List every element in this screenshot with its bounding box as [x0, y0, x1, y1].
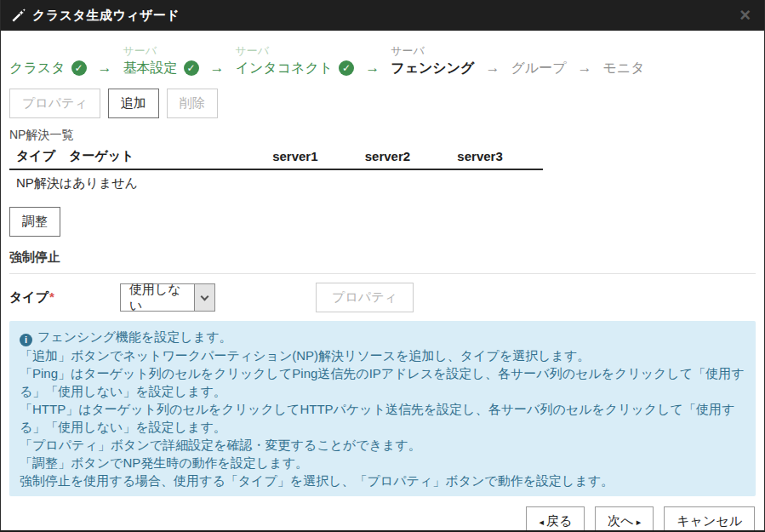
table-row: NP解決はありません — [9, 169, 543, 197]
wizard-stepper: クラスタ ✓ → サーバ 基本設定 ✓ → サーバ インタコネクト ✓ → サー… — [9, 31, 756, 78]
step-fencing[interactable]: サーバ フェンシング — [391, 44, 474, 78]
empty-table-message: NP解決はありません — [9, 169, 543, 197]
type-select[interactable]: 使用しない — [120, 283, 215, 312]
add-button[interactable]: 追加 — [108, 89, 159, 118]
info-text: 「追加」ボタンでネットワークパーティション(NP)解決リソースを追加し、タイプを… — [20, 346, 745, 364]
check-circle-icon: ✓ — [339, 60, 354, 76]
wand-icon — [11, 9, 26, 23]
step-cluster[interactable]: クラスタ ✓ — [9, 58, 87, 78]
next-button[interactable]: 次へ▸ — [595, 506, 654, 532]
step-group[interactable]: グループ — [511, 58, 566, 78]
np-resolution-table: タイプ ターゲット server1 server2 server3 NP解決はあ… — [9, 144, 543, 197]
step-monitor[interactable]: モニタ — [603, 58, 645, 78]
type-select-value: 使用しない — [121, 284, 194, 311]
chevron-down-icon — [201, 292, 209, 300]
remove-button[interactable]: 削除 — [167, 89, 218, 118]
arrow-right-icon: → — [578, 58, 592, 78]
cancel-button[interactable]: キャンセル — [664, 506, 755, 532]
step-label: クラスタ — [9, 58, 66, 78]
step-label: インタコネクト — [236, 58, 334, 78]
close-icon[interactable]: × — [736, 6, 754, 25]
col-header-server1: server1 — [265, 144, 358, 169]
step-sublabel: サーバ — [123, 44, 199, 58]
required-mark: * — [49, 289, 54, 304]
step-label: フェンシング — [391, 58, 474, 78]
info-text: 「HTTP」はターゲット列のセルをクリックしてHTTPパケット送信先を設定し、各… — [20, 400, 745, 436]
step-label: 基本設定 — [123, 58, 178, 78]
col-header-target: ターゲット — [62, 144, 265, 169]
step-sublabel: サーバ — [236, 44, 355, 58]
arrow-right-icon: → — [98, 58, 112, 78]
step-interconnect[interactable]: サーバ インタコネクト ✓ — [236, 44, 355, 78]
info-text: フェンシング機能を設定します。 — [37, 329, 232, 344]
arrow-right-icon: → — [365, 58, 380, 78]
check-circle-icon: ✓ — [184, 60, 199, 76]
info-text: 「Ping」はターゲット列のセルをクリックしてPing送信先のIPアドレスを設定… — [20, 364, 745, 400]
info-text: 「調整」ボタンでNP発生時の動作を設定します。 — [20, 454, 745, 472]
np-list-caption: NP解決一覧 — [9, 127, 756, 142]
title-bar: クラスタ生成ウィザード × — [1, 0, 764, 31]
step-basic-settings[interactable]: サーバ 基本設定 ✓ — [123, 44, 199, 78]
info-box: iフェンシング機能を設定します。 「追加」ボタンでネットワークパーティション(N… — [9, 321, 756, 496]
next-arrow-icon: ▸ — [637, 517, 642, 527]
step-sublabel: サーバ — [391, 44, 474, 58]
info-text: 「プロパティ」ボタンで詳細設定を確認・変更することができます。 — [20, 436, 745, 454]
force-stop-section-title: 強制停止 — [9, 249, 756, 274]
step-label: モニタ — [603, 58, 645, 78]
col-header-server2: server2 — [358, 144, 451, 169]
info-text: 強制停止を使用する場合、使用する「タイプ」を選択し、「プロパティ」ボタンで動作を… — [20, 472, 745, 489]
step-label: グループ — [511, 58, 566, 78]
tune-button[interactable]: 調整 — [9, 207, 60, 237]
force-stop-property-button[interactable]: プロパティ — [316, 283, 414, 312]
col-header-type: タイプ — [9, 144, 62, 169]
check-circle-icon: ✓ — [71, 60, 87, 76]
col-header-server3: server3 — [450, 144, 543, 169]
property-button[interactable]: プロパティ — [9, 89, 100, 118]
arrow-right-icon: → — [210, 58, 225, 78]
select-dropdown-button[interactable] — [194, 284, 214, 311]
arrow-right-icon: → — [485, 58, 500, 78]
info-icon: i — [20, 334, 32, 346]
back-arrow-icon: ◂ — [539, 517, 544, 527]
window-title: クラスタ生成ウィザード — [32, 8, 180, 24]
np-toolbar: プロパティ 追加 削除 — [9, 89, 756, 118]
footer-actions: ◂戻る 次へ▸ キャンセル — [9, 506, 756, 532]
back-button[interactable]: ◂戻る — [526, 506, 585, 532]
type-field-label: タイプ* — [9, 289, 120, 306]
force-stop-type-row: タイプ* 使用しない プロパティ — [9, 283, 756, 312]
